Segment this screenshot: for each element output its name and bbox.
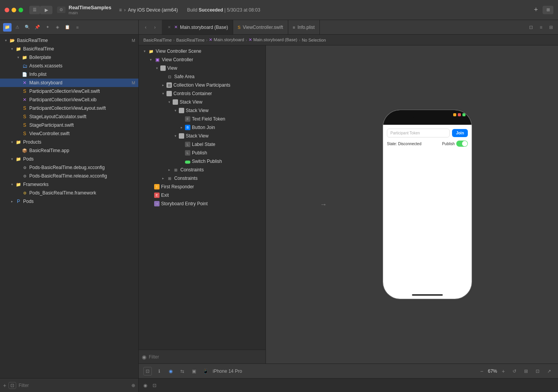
scene-item-exit[interactable]: E Exit — [139, 191, 266, 199]
tab-forward-button[interactable]: › — [151, 23, 159, 31]
navigator-icon[interactable]: 📁 — [3, 23, 12, 32]
phone-toggle[interactable] — [456, 141, 468, 147]
sidebar-item-pvcell-swift[interactable]: S ParticipantCollectionViewCell.swift — [0, 87, 138, 95]
split-editor-icon[interactable]: ⊡ — [527, 23, 535, 31]
canvas[interactable]: → Participant Token — [266, 45, 558, 364]
arrow-icon — [9, 139, 15, 145]
vc-icon: ▣ — [154, 57, 160, 63]
sidebar-item-basicrealtime-root[interactable]: 📂 BasicRealTime M — [0, 36, 138, 45]
sidebar-item-stagelayout[interactable]: S StageLayoutCalculator.swift — [0, 112, 138, 121]
sidebar-item-mainstoryboard[interactable]: ✕ Main.storyboard M — [0, 79, 138, 87]
breadcrumb-basicrealtime2[interactable]: BasicRealTime — [176, 38, 205, 42]
sidebar-item-pvlayout[interactable]: S ParticipantCollectionViewLayout.swift — [0, 104, 138, 112]
test-icon[interactable]: 📋 — [63, 23, 72, 32]
scene-item-stack-view-2[interactable]: Stack View — [139, 106, 266, 115]
scene-item-collection[interactable]: ▦ Collection View Participants — [139, 81, 266, 89]
scene-item-controls-container[interactable]: Controls Container — [139, 89, 266, 98]
tab-infoplist[interactable]: ≡ Info.plist — [288, 20, 320, 34]
device-name: Any iOS Device (arm64) — [128, 7, 178, 13]
minimize-button[interactable] — [12, 8, 16, 12]
scene-item-textfield[interactable]: F Text Field Token — [139, 115, 266, 123]
sidebar-item-framework[interactable]: ⚙ Pods_BasicRealTime.framework — [0, 189, 138, 197]
refresh-icon[interactable]: ↺ — [510, 367, 519, 375]
scene-item-view-controller[interactable]: ▣ View Controller — [139, 55, 266, 64]
scene-label: Label State — [192, 142, 215, 147]
export-icon[interactable]: ↗ — [545, 367, 553, 375]
show-icon[interactable]: ▣ — [190, 367, 198, 375]
device-label: iPhone 14 Pro — [213, 369, 242, 374]
close-button[interactable] — [5, 8, 9, 12]
active-icon[interactable]: ◉ — [166, 367, 175, 375]
sidebar-item-label: Pods_BasicRealTime.framework — [29, 190, 96, 196]
editor-options-icon[interactable]: ≡ — [537, 23, 545, 31]
sidebar-filter-input[interactable] — [18, 383, 129, 388]
arrow-icon — [173, 108, 178, 113]
add-button[interactable]: + — [534, 6, 538, 14]
scene-item-label-state[interactable]: L Label State — [139, 140, 266, 149]
fullscreen-button[interactable] — [18, 8, 23, 12]
scene-item-button-join[interactable]: B Button Join — [139, 123, 266, 132]
textfield-icon: F — [185, 116, 190, 122]
layout-toggle-button[interactable]: ⊞ — [543, 6, 553, 14]
fit-icon[interactable]: ⊡ — [533, 367, 542, 375]
sidebar-item-pvcell-xib[interactable]: ✕ ParticipantCollectionViewCell.xib — [0, 95, 138, 104]
phone-join-button[interactable]: Join — [452, 129, 468, 137]
symbol-icon[interactable]: 🔍 — [23, 23, 32, 32]
breadcrumb-storyboard-base[interactable]: ✕ Main.storyboard (Base) — [249, 37, 297, 42]
sidebar-item-pods-bottom[interactable]: P Pods — [0, 197, 138, 206]
sidebar-item-assets[interactable]: 🗂 Assets.xcassets — [0, 62, 138, 70]
scene-item-stack-view-3[interactable]: Stack View — [139, 132, 266, 140]
link-icon[interactable]: ⇆ — [178, 367, 187, 375]
add-filter-icon[interactable]: + — [3, 382, 6, 389]
zoom-in-button[interactable]: + — [499, 367, 507, 375]
breakpoint-icon[interactable]: ◈ — [53, 23, 62, 32]
breadcrumb-basicrealtime1[interactable]: BasicRealTime — [143, 38, 172, 42]
zoom-out-button[interactable]: − — [478, 367, 486, 375]
scene-item-publish[interactable]: L Publish — [139, 149, 266, 157]
sidebar-item-basicrealtime[interactable]: 📁 BasicRealTime — [0, 45, 138, 53]
phone-mockup: Participant Token Join State: Disconnect… — [383, 110, 472, 299]
sidebar-item-infoplist[interactable]: 📄 Info.plist — [0, 70, 138, 79]
debug-icon[interactable]: ✦ — [43, 23, 52, 32]
report-icon[interactable]: ≡ — [73, 23, 82, 32]
arrow-icon — [9, 46, 15, 52]
info-icon[interactable]: ℹ — [155, 367, 163, 375]
scene-item-stack-view-1[interactable]: Stack View — [139, 98, 266, 106]
run-button[interactable]: ▶ — [40, 6, 52, 14]
find-icon[interactable]: ⚠ — [13, 23, 22, 32]
tab-back-button[interactable]: ‹ — [142, 23, 150, 31]
filter-toggle[interactable]: ⊡ — [8, 382, 16, 389]
scene-item-constraints-1[interactable]: ⊞ Constraints — [139, 166, 266, 174]
grid-icon[interactable]: ⊞ — [522, 367, 530, 375]
filter-options-icon[interactable]: ⊕ — [131, 383, 135, 388]
sidebar-toggle-button[interactable]: ☰ — [29, 6, 40, 14]
scene-item-vc-scene[interactable]: 📁 View Controller Scene — [139, 47, 266, 55]
phone-token-row: Participant Token Join — [387, 129, 468, 137]
tab-close-icon[interactable]: ✕ — [166, 25, 172, 30]
tab-storyboard[interactable]: ✕ ✕ Main.storyboard (Base) — [162, 20, 233, 34]
scene-item-entry-point[interactable]: → Storyboard Entry Point — [139, 199, 266, 208]
sidebar-item-frameworks[interactable]: 📁 Frameworks — [0, 180, 138, 189]
sidebar-item-products[interactable]: 📁 Products — [0, 138, 138, 146]
scene-filter-input[interactable] — [149, 354, 262, 360]
arrow-icon — [173, 133, 178, 139]
sidebar-item-viewcontroller[interactable]: S ViewController.swift — [0, 129, 138, 138]
sidebar-item-debug-xcconfig[interactable]: ⚙ Pods-BasicRealTime.debug.xcconfig — [0, 163, 138, 172]
sidebar-item-release-xcconfig[interactable]: ⚙ Pods-BasicRealTime.release.xcconfig — [0, 172, 138, 180]
tab-viewcontroller[interactable]: S ViewController.swift — [233, 20, 288, 34]
sidebar-item-pods-group[interactable]: 📁 Pods — [0, 155, 138, 163]
scene-item-view[interactable]: View — [139, 64, 266, 72]
breadcrumb-mainstoryboard[interactable]: ✕ Main.storyboard — [209, 37, 244, 42]
device-icon[interactable]: 📱 — [201, 367, 210, 375]
view-as-icon[interactable]: ⊡ — [143, 367, 152, 375]
scene-item-safe-area[interactable]: ⊡ Safe Area — [139, 72, 266, 81]
sidebar-item-app[interactable]: 📦 BasicRealTime.app — [0, 146, 138, 155]
sidebar-item-boilerplate[interactable]: 📁 Boilerplate — [0, 53, 138, 62]
scene-item-switch-publish[interactable]: Switch Publish — [139, 157, 266, 166]
device-selector[interactable]: ≡ › Any iOS Device (arm64) — [119, 7, 178, 13]
scene-item-first-responder[interactable]: ! First Responder — [139, 183, 266, 191]
scene-item-constraints-2[interactable]: ⊞ Constraints — [139, 174, 266, 183]
git-icon[interactable]: 📌 — [33, 23, 42, 32]
inspector-toggle-icon[interactable]: ⊞ — [547, 23, 555, 31]
sidebar-item-stageparticipant[interactable]: S StageParticipant.swift — [0, 121, 138, 129]
